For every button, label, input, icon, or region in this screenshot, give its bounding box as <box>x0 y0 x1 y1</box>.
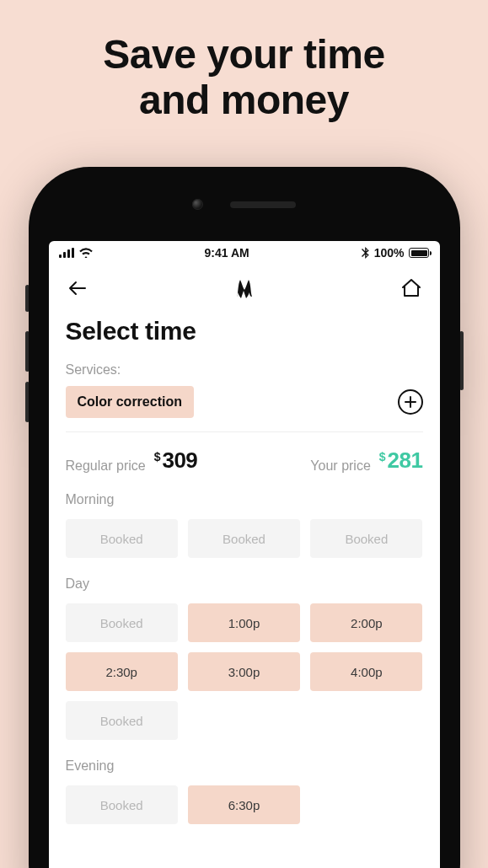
page-title: Select time <box>66 317 423 346</box>
add-service-button[interactable] <box>398 389 423 415</box>
battery-percent: 100% <box>374 246 405 260</box>
time-slot-booked: Booked <box>66 603 178 642</box>
time-slot[interactable]: 6:30p <box>188 785 300 824</box>
evening-section-label: Evening <box>66 758 423 774</box>
back-button[interactable] <box>66 276 89 300</box>
your-price-currency: $ <box>379 450 386 463</box>
status-bar: 9:41 AM 100% <box>49 241 440 265</box>
morning-section-label: Morning <box>66 492 423 507</box>
hero-line2: and money <box>139 78 349 122</box>
nav-bar <box>49 265 440 312</box>
your-price-value: 281 <box>388 447 423 474</box>
app-logo-icon <box>232 276 257 301</box>
services-label: Services: <box>66 362 423 378</box>
wifi-icon <box>79 248 93 258</box>
app-screen: 9:41 AM 100% <box>49 241 440 868</box>
time-slot-booked: Booked <box>66 701 178 740</box>
time-slot[interactable]: 1:00p <box>188 603 300 642</box>
time-slot[interactable]: 4:00p <box>310 652 422 691</box>
bluetooth-icon <box>362 247 369 259</box>
day-slot-grid: Booked1:00p2:00p2:30p3:00p4:00pBooked <box>66 603 423 740</box>
day-section-label: Day <box>66 576 423 592</box>
regular-price-label: Regular price <box>66 458 146 474</box>
phone-speaker <box>230 201 296 208</box>
time-slot-booked: Booked <box>310 519 422 558</box>
hero-line1: Save your time <box>103 32 384 77</box>
phone-camera <box>192 199 203 210</box>
home-button[interactable] <box>400 276 423 300</box>
regular-price-value: 309 <box>162 447 197 474</box>
battery-icon <box>409 248 429 258</box>
time-slot-booked: Booked <box>66 785 178 824</box>
time-slot[interactable]: 2:30p <box>66 652 178 691</box>
service-chip[interactable]: Color correction <box>66 386 194 418</box>
your-price-label: Your price <box>310 458 370 474</box>
price-row: Regular price $ 309 Your price $ 281 <box>66 447 423 474</box>
regular-price-currency: $ <box>154 450 161 463</box>
status-time: 9:41 AM <box>205 246 249 260</box>
phone-frame: 9:41 AM 100% <box>29 167 460 868</box>
time-slot-booked: Booked <box>188 519 300 558</box>
hero-headline: Save your time and money <box>0 0 488 123</box>
morning-slot-grid: BookedBookedBooked <box>66 519 423 558</box>
time-slot-booked: Booked <box>66 519 178 558</box>
cell-signal-icon <box>59 248 74 258</box>
evening-slot-grid: Booked6:30p <box>66 785 423 824</box>
time-slot[interactable]: 3:00p <box>188 652 300 691</box>
divider <box>66 431 423 432</box>
time-slot[interactable]: 2:00p <box>310 603 422 642</box>
